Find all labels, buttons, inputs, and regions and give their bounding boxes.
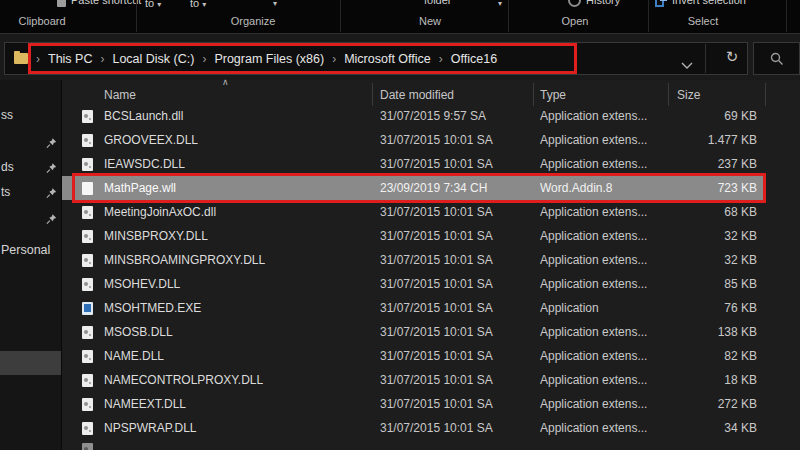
ribbon: Paste shortcut to ▾ to ▾ ▾ folder ▾ Hist…: [0, 0, 800, 34]
file-type: Word.Addin.8: [540, 181, 677, 195]
breadcrumb-this-pc[interactable]: This PC: [45, 52, 95, 66]
breadcrumb-local-disk-c[interactable]: Local Disk (C:): [109, 52, 197, 66]
history-icon: [568, 0, 581, 7]
chevron-right-icon: ›: [327, 52, 341, 66]
file-name: NAMEEXT.DLL: [104, 397, 380, 411]
pin-icon[interactable]: [46, 160, 57, 178]
file-icon: [82, 158, 93, 171]
file-name: MINSBROAMINGPROXY.DLL: [104, 253, 380, 267]
history-button[interactable]: History: [586, 0, 620, 6]
file-type: Application extens...: [540, 373, 677, 387]
column-header-date-modified[interactable]: Date modified: [380, 88, 540, 102]
file-date: 31/07/2015 10:01 SA: [380, 277, 540, 291]
table-row[interactable]: MSOHEV.DLL 31/07/2015 10:01 SA Applicati…: [62, 272, 765, 296]
file-date: 31/07/2015 10:01 SA: [380, 325, 540, 339]
chevron-down-icon[interactable]: ▾: [273, 0, 277, 8]
file-name: MSOSB.DLL: [104, 325, 380, 339]
file-type: Application extens...: [540, 157, 677, 171]
sidebar-item-documents[interactable]: ts: [1, 185, 10, 199]
column-header-name[interactable]: Name: [104, 88, 380, 102]
search-icon: [770, 52, 784, 66]
file-name: GROOVEEX.DLL: [104, 133, 380, 147]
ribbon-group-divider: [340, 0, 341, 32]
file-size: 1.477 KB: [677, 133, 765, 147]
ribbon-group-select: Select: [653, 15, 753, 27]
paste-shortcut-icon: [57, 0, 66, 7]
file-type: Application extens...: [540, 253, 677, 267]
breadcrumb-program-files-x86[interactable]: Program Files (x86): [211, 52, 327, 66]
ribbon-group-new: New: [380, 15, 480, 27]
file-size: 82 KB: [677, 349, 765, 363]
breadcrumb-office16[interactable]: Office16: [448, 52, 500, 66]
sidebar-item-downloads[interactable]: ds: [1, 160, 14, 174]
column-divider[interactable]: [668, 83, 669, 106]
invert-selection-button[interactable]: Invert selection: [672, 0, 746, 6]
file-list: ∧ Name Date modified Type Size BCSLaunch…: [62, 80, 800, 450]
table-row[interactable]: MathPage.wll 23/09/2019 7:34 CH Word.Add…: [62, 176, 765, 200]
file-date: 31/07/2015 9:57 SA: [380, 109, 540, 123]
chevron-down-icon[interactable]: [681, 55, 693, 73]
file-date: 31/07/2015 10:01 SA: [380, 253, 540, 267]
breadcrumb-microsoft-office[interactable]: Microsoft Office: [341, 52, 434, 66]
move-to-button[interactable]: to ▾: [145, 0, 161, 9]
file-name: MINSBPROXY.DLL: [104, 229, 380, 243]
table-row[interactable]: MSOSB.DLL 31/07/2015 10:01 SA Applicatio…: [62, 320, 765, 344]
column-divider[interactable]: [372, 83, 373, 106]
file-size: 69 KB: [677, 109, 765, 123]
table-row[interactable]: GROOVEEX.DLL 31/07/2015 10:01 SA Applica…: [62, 128, 765, 152]
file-name: MeetingJoinAxOC.dll: [104, 205, 380, 219]
table-row[interactable]: MSOHTMED.EXE 31/07/2015 10:01 SA Applica…: [62, 296, 765, 320]
file-name: IEAWSDC.DLL: [104, 157, 380, 171]
file-size: 272 KB: [677, 397, 765, 411]
file-icon: [82, 254, 93, 267]
column-divider[interactable]: [765, 83, 766, 106]
sidebar-item-selected[interactable]: [0, 351, 61, 375]
file-icon: [82, 278, 93, 291]
file-name: NAMECONTROLPROXY.DLL: [104, 373, 380, 387]
address-bar[interactable]: › This PC › Local Disk (C:) › Program Fi…: [4, 42, 748, 75]
table-row[interactable]: MINSBROAMINGPROXY.DLL 31/07/2015 10:01 S…: [62, 248, 765, 272]
ribbon-group-divider: [136, 0, 137, 32]
folder-icon[interactable]: [14, 53, 28, 64]
file-type: Application extens...: [540, 205, 677, 219]
file-date: 31/07/2015 10:01 SA: [380, 301, 540, 315]
pin-icon[interactable]: [46, 185, 57, 203]
table-row[interactable]: NAMEEXT.DLL 31/07/2015 10:01 SA Applicat…: [62, 392, 765, 416]
file-name: BCSLaunch.dll: [104, 109, 380, 123]
table-row[interactable]: IEAWSDC.DLL 31/07/2015 10:01 SA Applicat…: [62, 152, 765, 176]
table-row[interactable]: MINSBPROXY.DLL 31/07/2015 10:01 SA Appli…: [62, 224, 765, 248]
table-row[interactable]: BCSLaunch.dll 31/07/2015 9:57 SA Applica…: [62, 104, 765, 128]
search-input[interactable]: [753, 42, 800, 75]
table-row[interactable]: NAME.DLL 31/07/2015 10:01 SA Application…: [62, 344, 765, 368]
table-row[interactable]: NPSPWRAP.DLL 31/07/2015 10:01 SA Applica…: [62, 416, 765, 440]
chevron-right-icon: ›: [31, 52, 45, 66]
sidebar-item-onedrive-personal[interactable]: Personal: [1, 243, 50, 257]
new-folder-button[interactable]: folder: [424, 0, 452, 6]
sidebar-item-quick-access[interactable]: ss: [1, 108, 13, 122]
column-header-size[interactable]: Size: [677, 88, 765, 102]
file-icon: [82, 302, 93, 315]
copy-to-button[interactable]: to ▾: [190, 0, 206, 9]
chevron-down-icon[interactable]: ▾: [498, 0, 502, 8]
pin-icon[interactable]: [46, 211, 57, 229]
chevron-right-icon: ›: [197, 52, 211, 66]
paste-shortcut-button[interactable]: Paste shortcut: [71, 0, 141, 6]
refresh-icon[interactable]: ↻: [717, 48, 747, 66]
file-size: 32 KB: [677, 229, 765, 243]
file-icon: [82, 134, 93, 147]
file-type: Application extens...: [540, 133, 677, 147]
table-row[interactable]: MeetingJoinAxOC.dll 31/07/2015 10:01 SA …: [62, 200, 765, 224]
column-header-type[interactable]: Type: [540, 88, 677, 102]
breadcrumb: › This PC › Local Disk (C:) › Program Fi…: [31, 43, 500, 74]
file-icon: [82, 182, 93, 195]
file-date: 31/07/2015 10:01 SA: [380, 397, 540, 411]
file-name: NPSPWRAP.DLL: [104, 421, 380, 435]
table-row-partial[interactable]: [62, 440, 765, 450]
file-icon: [82, 350, 93, 363]
chevron-right-icon: ›: [95, 52, 109, 66]
file-date: 31/07/2015 10:01 SA: [380, 205, 540, 219]
pin-icon[interactable]: [46, 135, 57, 153]
table-row[interactable]: NAMECONTROLPROXY.DLL 31/07/2015 10:01 SA…: [62, 368, 765, 392]
column-divider[interactable]: [533, 83, 534, 106]
invert-selection-icon: [660, 0, 667, 1]
